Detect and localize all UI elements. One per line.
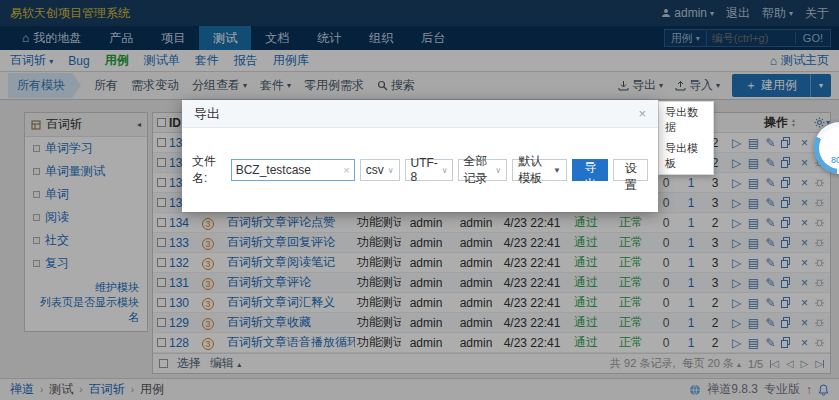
filename-input[interactable]	[236, 163, 344, 177]
template-value: 默认模板	[518, 153, 549, 187]
records-select[interactable]: 全部记录 ∨	[458, 159, 508, 181]
export-template-menu-item[interactable]: 导出模板	[659, 138, 713, 174]
settings-button[interactable]: 设置	[613, 159, 648, 181]
chevron-down-icon: ∨	[442, 166, 448, 175]
filename-field-wrap: ×	[231, 159, 355, 181]
format-select[interactable]: csv ∨	[360, 159, 400, 181]
caret-down-icon: ▼	[553, 166, 561, 175]
export-data-menu-item[interactable]: 导出数据	[659, 102, 713, 138]
clear-input-icon[interactable]: ×	[343, 164, 349, 176]
format-value: csv	[366, 163, 384, 177]
export-submit-button[interactable]: 导出	[572, 159, 609, 181]
ball-percent-label: 80%	[814, 155, 839, 165]
filename-label: 文件名:	[192, 153, 226, 187]
dialog-body: 文件名: × csv ∨ UTF-8 ∨ 全部记录 ∨ 默认模板 ▼ 导出 设置	[182, 128, 658, 212]
encoding-value: UTF-8	[411, 156, 438, 184]
export-dialog: 导出 × 文件名: × csv ∨ UTF-8 ∨ 全部记录 ∨ 默认模板 ▼ …	[182, 100, 658, 212]
dialog-title: 导出	[194, 105, 220, 123]
template-select[interactable]: 默认模板 ▼	[512, 159, 567, 181]
records-value: 全部记录	[464, 153, 492, 187]
export-dropdown-menu: 导出数据 导出模板	[658, 101, 714, 175]
close-icon[interactable]: ×	[638, 106, 646, 121]
chevron-down-icon: ∨	[388, 166, 394, 175]
chevron-down-icon: ∨	[495, 166, 501, 175]
dialog-header: 导出 ×	[182, 100, 658, 128]
encoding-select[interactable]: UTF-8 ∨	[405, 159, 453, 181]
